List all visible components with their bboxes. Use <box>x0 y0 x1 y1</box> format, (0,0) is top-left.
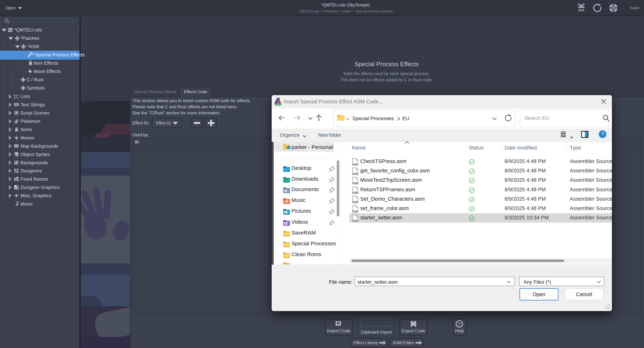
svg-text:ASM: ASM <box>352 182 358 184</box>
svg-text:ASM: ASM <box>352 210 358 212</box>
svg-text:ASM: ASM <box>352 220 358 222</box>
svg-text:ASM: ASM <box>352 172 358 175</box>
svg-text:ASM: ASM <box>352 201 358 203</box>
svg-text:ASM: ASM <box>352 191 358 194</box>
svg-text:ASM: ASM <box>352 163 358 166</box>
svg-text:?: ? <box>458 321 461 327</box>
